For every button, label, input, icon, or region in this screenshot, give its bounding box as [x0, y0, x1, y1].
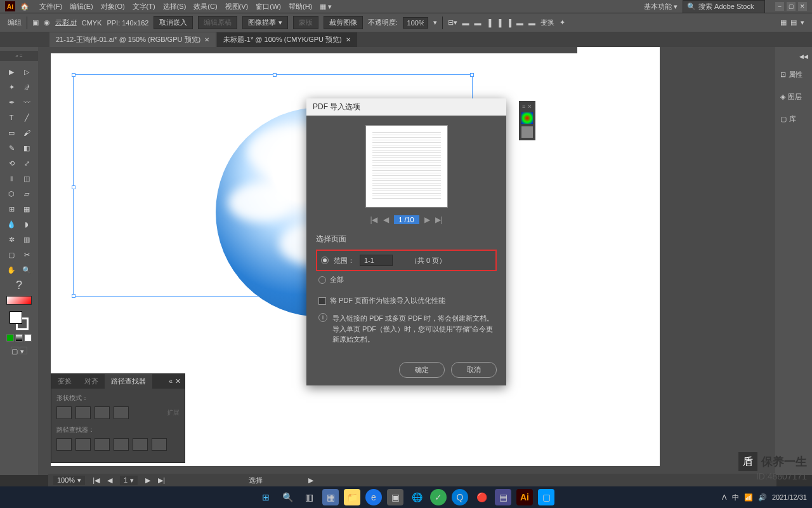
- last-page-button[interactable]: ▶|: [435, 215, 443, 224]
- transform-icon[interactable]: ✦: [560, 18, 565, 27]
- rotate-tool[interactable]: ⟲: [4, 156, 18, 170]
- panel-expand-icon[interactable]: ◀◀: [799, 53, 808, 60]
- ok-button[interactable]: 确定: [399, 362, 445, 378]
- app-icon-5[interactable]: ▤: [495, 489, 511, 505]
- artboard-selector[interactable]: 1▾: [120, 476, 138, 485]
- artboard-nav-next[interactable]: ▶: [145, 476, 150, 485]
- gradient-preview[interactable]: [6, 296, 32, 305]
- eyedropper-tool[interactable]: 💧: [4, 217, 18, 231]
- layers-panel-button[interactable]: ◈图层: [775, 90, 812, 104]
- color-swatch[interactable]: [10, 311, 29, 330]
- free-transform-tool[interactable]: ◫: [20, 171, 34, 185]
- taskview-icon[interactable]: ▥: [301, 489, 317, 505]
- link-pdf-checkbox[interactable]: [318, 297, 326, 305]
- type-tool[interactable]: T: [4, 110, 18, 124]
- align-icon-1[interactable]: ⊟▾: [448, 18, 457, 27]
- explorer-icon[interactable]: 📁: [344, 489, 360, 505]
- pen-tool[interactable]: ✒: [4, 95, 18, 109]
- link-icon[interactable]: ▣: [32, 18, 39, 27]
- magic-wand-tool[interactable]: ✦: [4, 80, 18, 94]
- zoom-tool[interactable]: 🔍: [20, 263, 34, 277]
- minimize-button[interactable]: –: [775, 2, 784, 11]
- perspective-tool[interactable]: ▱: [20, 187, 34, 201]
- lasso-tool[interactable]: 𝒬: [20, 80, 34, 94]
- tray-chevron[interactable]: ᐱ: [722, 493, 727, 502]
- app-icon-3[interactable]: Q: [452, 489, 468, 505]
- properties-panel-button[interactable]: ⊡属性: [775, 67, 812, 82]
- shape-builder-tool[interactable]: ⬡: [4, 187, 18, 201]
- trim-button[interactable]: [75, 438, 91, 451]
- cancel-button[interactable]: 取消: [451, 362, 497, 378]
- divide-button[interactable]: [56, 438, 72, 451]
- color-mode-2[interactable]: [15, 334, 23, 342]
- menu-view[interactable]: 视图(V): [223, 1, 251, 13]
- menu-file[interactable]: 文件(F): [37, 1, 65, 13]
- menu-text[interactable]: 文字(T): [130, 1, 158, 13]
- app-icon-2[interactable]: ✓: [430, 489, 447, 505]
- rectangle-tool[interactable]: ▭: [4, 126, 18, 140]
- first-page-button[interactable]: |◀: [370, 215, 377, 224]
- menu-object[interactable]: 对象(O): [98, 1, 128, 13]
- transform-tab[interactable]: 变换: [51, 374, 78, 389]
- home-icon[interactable]: 🏠: [20, 3, 29, 11]
- eraser-tool[interactable]: ◧: [20, 141, 34, 155]
- panel-toggle-2[interactable]: ▤: [790, 18, 797, 27]
- artboard-nav-first[interactable]: |◀: [93, 476, 100, 485]
- tab-document-1[interactable]: 21-12-王鸿伟-01.ai* @ 150% (RGB/GPU 预览)✕: [49, 32, 216, 47]
- opacity-chevron[interactable]: ▾: [433, 18, 437, 27]
- layout-icon[interactable]: ▦ ▾: [317, 1, 334, 12]
- blend-tool[interactable]: ◗: [20, 217, 34, 231]
- taskbar-search[interactable]: 🔍: [279, 489, 296, 505]
- toolbox-header[interactable]: « ≡: [0, 51, 38, 61]
- range-input[interactable]: [360, 255, 393, 266]
- intersect-button[interactable]: [95, 406, 110, 419]
- minus-back-button[interactable]: [152, 438, 167, 451]
- align-icon-2[interactable]: ▬: [462, 19, 469, 27]
- edge-icon[interactable]: e: [365, 489, 382, 505]
- align-icon-5[interactable]: ▐: [496, 19, 501, 27]
- range-radio[interactable]: [321, 257, 329, 264]
- direct-selection-tool[interactable]: ▷: [20, 65, 34, 79]
- crop-pf-button[interactable]: [114, 438, 129, 451]
- opacity-input[interactable]: [403, 17, 428, 29]
- minus-front-button[interactable]: [75, 406, 91, 419]
- start-button[interactable]: ⊞: [258, 489, 274, 505]
- mesh-tool[interactable]: ⊞: [4, 202, 18, 216]
- menu-effect[interactable]: 效果(C): [191, 1, 219, 13]
- workspace-switcher[interactable]: 基本功能 ▾: [644, 2, 678, 11]
- ime-icon[interactable]: 中: [732, 493, 739, 502]
- all-radio[interactable]: [318, 276, 326, 284]
- pathfinder-tab[interactable]: 路径查找器: [105, 374, 152, 389]
- panel-collapse-icon[interactable]: «: [169, 377, 173, 385]
- close-button[interactable]: ✕: [798, 2, 807, 11]
- shaper-tool[interactable]: ✎: [4, 141, 18, 155]
- wifi-icon[interactable]: 📶: [744, 493, 753, 502]
- outline-button[interactable]: [133, 438, 148, 451]
- gradient-tool[interactable]: ▦: [20, 202, 34, 216]
- width-tool[interactable]: ⫴: [4, 171, 18, 185]
- scale-tool[interactable]: ⤢: [20, 156, 34, 170]
- align-icon-7[interactable]: ▬: [516, 19, 523, 27]
- hand-tool[interactable]: ✋: [4, 263, 18, 277]
- curvature-tool[interactable]: 〰: [20, 95, 34, 109]
- embed-icon[interactable]: ◉: [44, 18, 50, 27]
- cancel-embed-button[interactable]: 取消嵌入: [154, 16, 193, 29]
- menu-edit[interactable]: 编辑(E): [67, 1, 96, 13]
- clock[interactable]: 2021/12/31: [772, 493, 807, 501]
- align-icon-3[interactable]: ▬: [475, 19, 481, 27]
- exclude-button[interactable]: [114, 406, 129, 419]
- menu-select[interactable]: 选择(S): [160, 1, 189, 13]
- panel-close-icon[interactable]: ✕: [175, 377, 181, 385]
- color-mode-1[interactable]: [6, 334, 14, 342]
- swatches-icon[interactable]: [521, 126, 533, 138]
- tab-close-icon[interactable]: ✕: [346, 36, 351, 43]
- panel-close-icon[interactable]: ≡ ✕: [522, 104, 532, 110]
- selection-tool[interactable]: ▶: [4, 65, 18, 79]
- image-trace-button[interactable]: 图像描摹 ▾: [242, 16, 287, 29]
- chrome-icon[interactable]: 🌐: [409, 489, 425, 505]
- illustrator-taskbar-icon[interactable]: Ai: [516, 489, 533, 505]
- align-icon-4[interactable]: ▐: [487, 19, 492, 27]
- color-guide-icon[interactable]: [521, 112, 533, 124]
- panel-toggle-3[interactable]: ▾: [801, 18, 804, 27]
- artboard-nav-prev[interactable]: ◀: [107, 476, 112, 485]
